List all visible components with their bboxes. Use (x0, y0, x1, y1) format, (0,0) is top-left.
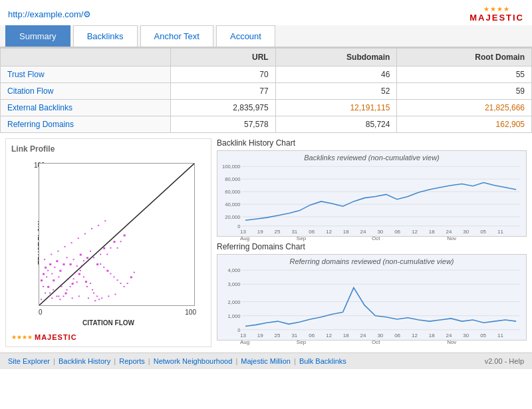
x-label: 30 (377, 333, 383, 339)
x-label: 12 (412, 333, 418, 339)
footer-link-network[interactable]: Network Neighbourhood (154, 357, 233, 365)
svg-rect-58 (106, 270, 108, 272)
footer-link-backlink-history[interactable]: Backlink History (59, 357, 110, 365)
x-label: 06 (394, 229, 400, 235)
x-label: 31 (291, 333, 297, 339)
footer-link-site-explorer[interactable]: Site Explorer (8, 357, 50, 365)
footer-links: Site Explorer | Backlink History | Repor… (8, 357, 346, 365)
svg-rect-59 (110, 273, 111, 275)
x-label: 19 (257, 333, 263, 339)
tab-anchor-text[interactable]: Anchor Text (140, 25, 213, 47)
svg-rect-14 (45, 293, 46, 294)
svg-rect-87 (84, 233, 86, 235)
footer-link-majestic-million[interactable]: Majestic Million (241, 357, 291, 365)
svg-rect-12 (59, 270, 61, 272)
svg-rect-10 (56, 260, 58, 262)
metric-label: Citation Flow (1, 83, 171, 100)
svg-rect-32 (90, 283, 91, 284)
svg-rect-71 (41, 299, 42, 300)
backlink-history-section: Backlink History Chart Backlinks reviewe… (217, 138, 527, 237)
referring-chart-title: Referring Domains Chart (217, 242, 527, 251)
svg-rect-13 (43, 286, 44, 287)
month-label: Oct (372, 235, 447, 241)
metric-url-val: 70 (171, 67, 275, 83)
month-label: Sep (297, 235, 372, 241)
svg-rect-39 (70, 263, 72, 265)
svg-rect-90 (104, 220, 106, 221)
backlink-line-chart: 100,000 80,000 60,000 40,000 20,000 0 (220, 163, 523, 229)
svg-rect-54 (120, 241, 122, 242)
separator: | (292, 357, 298, 365)
x-label: 31 (291, 229, 297, 235)
svg-rect-3 (45, 267, 47, 269)
metric-root-val: 162,905 (397, 116, 532, 133)
x-label: 06 (309, 333, 315, 339)
tab-summary[interactable]: Summary (5, 25, 70, 47)
svg-rect-79 (108, 295, 109, 297)
svg-rect-85 (71, 242, 72, 243)
tab-backlinks[interactable]: Backlinks (73, 25, 138, 47)
tab-account[interactable]: Account (216, 25, 275, 47)
svg-rect-75 (78, 295, 80, 297)
link-profile-logo: ★★★★ MAJESTIC (11, 333, 205, 341)
metric-subdomain-val: 52 (275, 83, 397, 100)
gear-icon[interactable]: ⚙ (83, 9, 91, 19)
footer-link-reports[interactable]: Reports (119, 357, 145, 365)
x-label: 19 (257, 229, 263, 235)
separator: | (233, 357, 239, 365)
metric-label: External Backlinks (1, 100, 171, 116)
site-url-link[interactable]: http://example.com/ (8, 9, 83, 19)
col-header-url: URL (171, 49, 275, 67)
svg-rect-73 (58, 295, 59, 297)
metrics-table: URL Subdomain Root Domain Trust Flow 70 … (0, 48, 532, 133)
svg-rect-2 (43, 273, 45, 275)
logo-stars: ★★★★ (483, 5, 510, 13)
svg-rect-8 (53, 279, 55, 281)
svg-rect-37 (63, 263, 65, 265)
month-label: Nov (447, 339, 503, 345)
metric-url-val: 2,835,975 (171, 100, 275, 116)
separator: | (112, 357, 118, 365)
month-label: Aug (240, 339, 297, 345)
svg-rect-82 (51, 254, 52, 255)
svg-rect-16 (49, 293, 51, 294)
metric-subdomain-val: 85,724 (275, 116, 397, 133)
x-label: 12 (326, 229, 332, 235)
x-label: 30 (377, 229, 383, 235)
x-label: 13 (240, 229, 246, 235)
svg-rect-23 (70, 286, 71, 287)
svg-rect-33 (92, 289, 93, 291)
separator: | (146, 357, 152, 365)
svg-rect-65 (130, 276, 132, 278)
x-axis-label: CITATION FLOW (82, 319, 134, 327)
backlink-chart-box: Backlinks reviewed (non-cumulative view)… (217, 150, 527, 237)
svg-rect-72 (51, 297, 53, 299)
x-label: 24 (360, 229, 366, 235)
x-label: 11 (497, 333, 503, 339)
svg-text:20,000: 20,000 (225, 214, 240, 220)
x-label: 24 (360, 333, 366, 339)
svg-rect-44 (86, 257, 88, 259)
table-row: External Backlinks 2,835,975 12,191,115 … (1, 100, 532, 116)
svg-text:60,000: 60,000 (225, 189, 240, 195)
table-row: Citation Flow 77 52 59 (1, 83, 532, 100)
metric-url-val: 57,578 (171, 116, 275, 133)
scatter-plot-area (39, 163, 195, 306)
svg-rect-78 (101, 297, 102, 299)
x-label: 06 (394, 333, 400, 339)
month-label: Aug (240, 235, 297, 241)
metric-root-val: 55 (397, 67, 532, 83)
svg-text:4,000: 4,000 (227, 268, 240, 274)
svg-rect-7 (51, 273, 53, 275)
svg-rect-69 (74, 272, 76, 273)
table-row: Referring Domains 57,578 85,724 162,905 (1, 116, 532, 133)
svg-text:2,000: 2,000 (227, 299, 240, 305)
metric-label: Trust Flow (1, 67, 171, 83)
svg-rect-42 (80, 254, 82, 256)
footer-link-bulk-backlinks[interactable]: Bulk Backlinks (299, 357, 346, 365)
svg-rect-22 (66, 289, 68, 291)
separator: | (51, 357, 57, 365)
svg-rect-36 (98, 299, 100, 300)
svg-rect-5 (47, 270, 49, 271)
backlink-chart-title: Backlink History Chart (217, 138, 527, 148)
